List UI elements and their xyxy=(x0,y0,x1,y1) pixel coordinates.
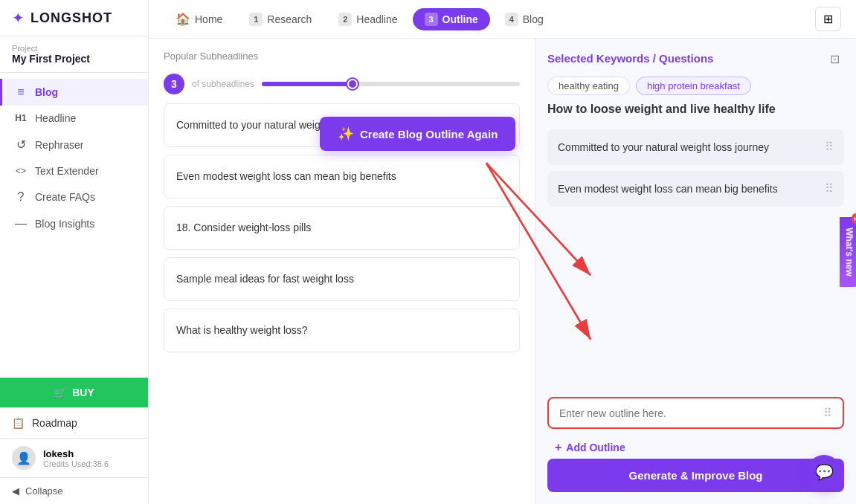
add-outline-label: Add Outline xyxy=(566,442,625,453)
outline-item-1-text: Committed to your natural weight loss jo… xyxy=(558,140,769,155)
main: 🏠 Home 1 Research 2 Headline 3 Outline 4… xyxy=(149,0,856,504)
drag-handle-2[interactable]: ⠿ xyxy=(825,180,834,198)
new-outline-input-container: ⠿ xyxy=(547,397,844,429)
rephraser-icon: ↺ xyxy=(14,138,28,152)
tab-headline-num: 2 xyxy=(338,13,352,26)
nav-item-headline[interactable]: H1 Headline xyxy=(0,106,148,131)
subheadline-item-2[interactable]: Even modest weight loss can mean big ben… xyxy=(164,155,520,198)
keyword-tag-1[interactable]: healthy eating xyxy=(547,77,630,95)
chat-button[interactable]: 💬 xyxy=(807,455,841,489)
slider-thumb[interactable] xyxy=(347,79,358,89)
nav-label-create-faqs: Create FAQs xyxy=(35,191,95,203)
nav-label-blog: Blog xyxy=(35,86,58,98)
of-subheadlines-label: of subheadlines xyxy=(192,79,254,89)
blog-title-section: How to loose weight and live healthy lif… xyxy=(547,101,844,117)
topnav-right: ⊞ xyxy=(815,7,841,31)
keywords-section-title: Selected Keywords / Questions xyxy=(547,51,826,66)
whats-new-tab[interactable]: 1 What's new xyxy=(840,217,856,287)
right-panel-header: Selected Keywords / Questions ⊡ xyxy=(547,51,844,68)
tab-home-label: Home xyxy=(195,13,222,25)
sidebar-nav: ≡ Blog H1 Headline ↺ Rephraser <> Text E… xyxy=(0,73,148,378)
nav-item-text-extender[interactable]: <> Text Extender xyxy=(0,158,148,184)
sidebar-logo: ✦ LONGSHOT xyxy=(0,0,148,36)
user-name: lokesh xyxy=(43,448,109,459)
panel-title: Popular Subheadlines xyxy=(164,51,258,62)
present-button[interactable]: ⊞ xyxy=(815,7,841,31)
new-outline-input[interactable] xyxy=(559,407,823,419)
buy-label: BUY xyxy=(72,387,94,398)
generate-blog-button[interactable]: Generate & Improve Blog xyxy=(547,459,844,492)
tab-outline-label: Outline xyxy=(443,13,478,25)
nav-item-blog[interactable]: ≡ Blog xyxy=(0,79,148,106)
collapse-label: Collapse xyxy=(25,485,63,497)
nav-item-create-faqs[interactable]: ? Create FAQs xyxy=(0,184,148,210)
blog-insights-icon: — xyxy=(14,217,28,230)
tab-research[interactable]: 1 Research xyxy=(237,8,324,30)
tab-outline[interactable]: 3 Outline xyxy=(413,8,490,30)
magic-wand-icon: ✨ xyxy=(338,126,354,142)
whats-new-badge: 1 xyxy=(852,213,856,224)
create-faqs-icon: ? xyxy=(14,190,28,204)
tab-blog-num: 4 xyxy=(505,13,518,26)
user-avatar: 👤 xyxy=(12,446,36,470)
blog-title-text: How to loose weight and live healthy lif… xyxy=(547,101,844,117)
slider-fill xyxy=(262,82,352,86)
outline-list: Committed to your natural weight loss jo… xyxy=(547,129,844,388)
subheadline-item-4[interactable]: Sample meal ideas for fast weight loss xyxy=(164,257,520,301)
sidebar-user: 👤 lokesh Credits Used:38.6 xyxy=(0,438,148,477)
sidebar-project: Project My First Project xyxy=(0,36,148,73)
new-outline-drag-icon: ⠿ xyxy=(823,406,832,420)
slider-area: 3 of subheadlines xyxy=(149,68,535,103)
outline-item-2[interactable]: Even modest weight loss can mean big ben… xyxy=(547,171,844,207)
keyword-tags: healthy eating high protein breakfast xyxy=(547,77,844,95)
tab-blog[interactable]: 4 Blog xyxy=(493,8,556,30)
roadmap-icon: 📋 xyxy=(12,417,25,429)
tab-research-num: 1 xyxy=(249,13,263,26)
cart-icon: 🛒 xyxy=(54,387,66,398)
nav-label-text-extender: Text Extender xyxy=(35,165,99,177)
keyword-tag-2[interactable]: high protein breakfast xyxy=(636,77,751,95)
logo-text: LONGSHOT xyxy=(30,10,112,26)
add-outline-button[interactable]: + Add Outline xyxy=(547,436,844,459)
tab-home[interactable]: 🏠 Home xyxy=(164,7,234,30)
left-panel-header: Popular Subheadlines xyxy=(149,39,535,68)
nav-item-blog-insights[interactable]: — Blog Insights xyxy=(0,210,148,237)
subheadline-item-5[interactable]: What is healthy weight loss? xyxy=(164,308,520,352)
user-credits: Credits Used:38.6 xyxy=(43,459,109,468)
chat-icon: 💬 xyxy=(815,463,834,481)
headline-icon: H1 xyxy=(14,113,28,123)
nav-label-headline: Headline xyxy=(35,112,76,124)
text-extender-icon: <> xyxy=(14,166,28,176)
tab-headline-label: Headline xyxy=(356,13,397,25)
expand-button[interactable]: ⊡ xyxy=(826,51,844,68)
tab-blog-label: Blog xyxy=(523,13,544,25)
tab-headline[interactable]: 2 Headline xyxy=(326,8,409,30)
generate-btn-label: Generate & Improve Blog xyxy=(628,469,762,482)
outline-item-1[interactable]: Committed to your natural weight loss jo… xyxy=(547,129,844,165)
roadmap-button[interactable]: 📋 Roadmap xyxy=(0,407,148,438)
subheadline-item-3[interactable]: 18. Consider weight-loss pills xyxy=(164,206,520,250)
user-info: lokesh Credits Used:38.6 xyxy=(43,448,109,468)
slider-badge: 3 xyxy=(164,74,184,94)
create-btn-label: Create Blog Outline Again xyxy=(360,128,498,140)
right-panel: Selected Keywords / Questions ⊡ healthy … xyxy=(535,39,856,504)
nav-item-rephraser[interactable]: ↺ Rephraser xyxy=(0,131,148,158)
project-name: My First Project xyxy=(12,53,136,65)
tab-outline-num: 3 xyxy=(425,13,438,26)
slider-track[interactable] xyxy=(262,82,520,86)
buy-button[interactable]: 🛒 BUY xyxy=(0,378,148,407)
collapse-button[interactable]: ◀ Collapse xyxy=(0,477,148,504)
blog-icon: ≡ xyxy=(14,85,28,99)
tab-research-label: Research xyxy=(267,13,312,25)
sidebar: ✦ LONGSHOT Project My First Project ≡ Bl… xyxy=(0,0,149,504)
topnav: 🏠 Home 1 Research 2 Headline 3 Outline 4… xyxy=(149,0,856,39)
plus-icon: + xyxy=(555,441,561,454)
logo-icon: ✦ xyxy=(12,9,25,27)
home-icon: 🏠 xyxy=(176,12,190,26)
drag-handle-1[interactable]: ⠿ xyxy=(825,138,834,156)
create-blog-outline-button[interactable]: ✨ Create Blog Outline Again xyxy=(320,117,515,151)
roadmap-label: Roadmap xyxy=(32,417,77,429)
content-area: Popular Subheadlines 3 of subheadlines C… xyxy=(149,39,856,504)
nav-label-rephraser: Rephraser xyxy=(35,139,83,151)
outline-item-2-text: Even modest weight loss can mean big ben… xyxy=(558,181,778,197)
